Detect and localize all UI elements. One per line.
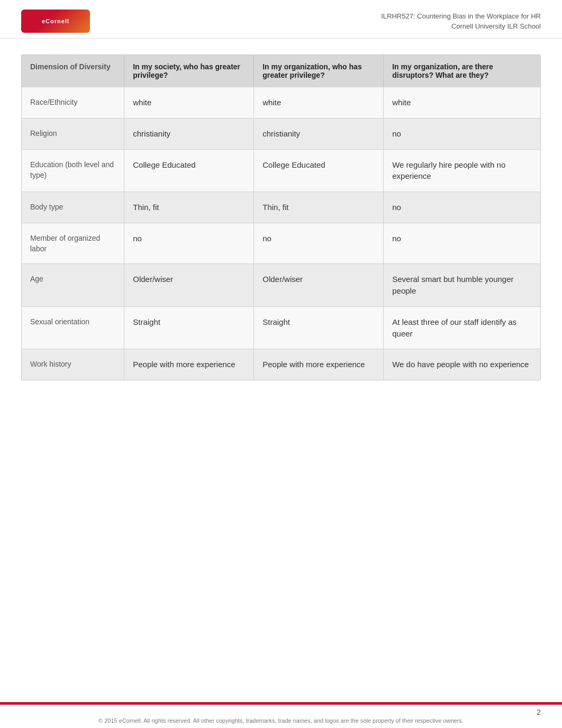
logo: eCornell	[21, 10, 90, 33]
cell-org1-0: white	[254, 87, 384, 119]
cell-org1-4: no	[254, 223, 384, 264]
table-row: AgeOlder/wiserOlder/wiserSeveral smart b…	[22, 264, 540, 307]
table-row: Sexual orientationStraightStraightAt lea…	[22, 306, 540, 349]
cell-org2-7: We do have people with no experience	[384, 349, 540, 380]
col-header-org1: In my organization, who has greater priv…	[254, 55, 384, 87]
cell-society-0: white	[124, 87, 254, 119]
cell-org1-2: College Educated	[254, 149, 384, 192]
page-header: eCornell ILRHR527: Countering Bias in th…	[0, 0, 562, 39]
cell-society-7: People with more experience	[124, 349, 254, 380]
cell-society-6: Straight	[124, 306, 254, 349]
cell-org2-2: We regularly hire people with no experie…	[384, 149, 540, 192]
cell-dimension-0: Race/Ethnicity	[22, 87, 124, 119]
cell-org2-1: no	[384, 118, 540, 149]
cell-society-3: Thin, fit	[124, 192, 254, 223]
cell-dimension-7: Work history	[22, 349, 124, 380]
cell-society-4: no	[124, 223, 254, 264]
table-row: Education (both level and type)College E…	[22, 149, 540, 192]
cell-org2-5: Several smart but humble younger people	[384, 264, 540, 307]
cell-society-5: Older/wiser	[124, 264, 254, 307]
footer-copyright: © 2015 eCornell. All rights reserved. Al…	[0, 717, 562, 724]
table-header-row: Dimension of Diversity In my society, wh…	[22, 55, 540, 87]
header-title: ILRHR527: Countering Bias in the Workpla…	[381, 11, 541, 32]
col-header-dimension: Dimension of Diversity	[22, 55, 124, 87]
cell-org2-0: white	[384, 87, 540, 119]
cell-org2-6: At least three of our staff identify as …	[384, 306, 540, 349]
header-title-line1: ILRHR527: Countering Bias in the Workpla…	[381, 11, 541, 22]
cell-org1-1: christianity	[254, 118, 384, 149]
footer-bar	[0, 702, 562, 705]
cell-org2-3: no	[384, 192, 540, 223]
cell-dimension-6: Sexual orientation	[22, 306, 124, 349]
cell-org1-5: Older/wiser	[254, 264, 384, 307]
main-content: Dimension of Diversity In my society, wh…	[0, 39, 562, 412]
table-wrapper: Dimension of Diversity In my society, wh…	[21, 54, 541, 380]
cell-org1-6: Straight	[254, 306, 384, 349]
cell-society-1: christianity	[124, 118, 254, 149]
table-row: Work historyPeople with more experienceP…	[22, 349, 540, 380]
cell-dimension-3: Body type	[22, 192, 124, 223]
cell-org1-3: Thin, fit	[254, 192, 384, 223]
cell-org2-4: no	[384, 223, 540, 264]
table-row: Member of organized labornonono	[22, 223, 540, 264]
cell-dimension-5: Age	[22, 264, 124, 307]
cell-society-2: College Educated	[124, 149, 254, 192]
cell-dimension-4: Member of organized labor	[22, 223, 124, 264]
cell-dimension-1: Religion	[22, 118, 124, 149]
col-header-org2: In my organization, are there disruptors…	[384, 55, 540, 87]
cell-org1-7: People with more experience	[254, 349, 384, 380]
logo-text: eCornell	[42, 18, 69, 24]
table-row: Body typeThin, fitThin, fitno	[22, 192, 540, 223]
table-row: Religionchristianitychristianityno	[22, 118, 540, 149]
diversity-table: Dimension of Diversity In my society, wh…	[22, 55, 540, 380]
col-header-society: In my society, who has greater privilege…	[124, 55, 254, 87]
logo-shape: eCornell	[21, 10, 90, 33]
page-number: 2	[537, 708, 541, 716]
cell-dimension-2: Education (both level and type)	[22, 149, 124, 192]
table-row: Race/Ethnicitywhitewhitewhite	[22, 87, 540, 119]
header-title-line2: Cornell University ILR School	[381, 21, 541, 32]
